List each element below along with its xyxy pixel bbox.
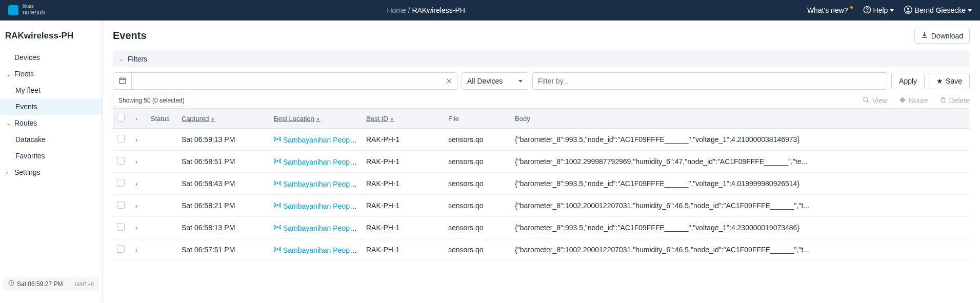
location-link[interactable]: Sambayanihan People's Vi	[283, 246, 362, 254]
chevron-down-icon: ⌄	[6, 120, 11, 127]
cell-location: Sambayanihan People's Vi	[270, 195, 362, 217]
expand-row-button[interactable]: ›	[135, 225, 137, 232]
chevron-down-icon: ⌄	[119, 56, 124, 63]
search-icon	[863, 96, 870, 105]
cell-location: Sambayanihan People's Vi	[270, 129, 362, 151]
date-input[interactable]	[132, 73, 441, 89]
row-checkbox[interactable]	[117, 179, 125, 187]
route-icon	[899, 96, 906, 105]
cell-body: {"barometer_8":993.5,"node_id":"AC1F09FF…	[511, 129, 970, 151]
location-link[interactable]: Sambayanihan People's Vi	[283, 180, 362, 188]
cell-body: {"barometer_8":993.5,"node_id":"AC1F09FF…	[511, 173, 970, 195]
th-best-id[interactable]: Best ID▼	[362, 109, 444, 129]
location-link[interactable]: Sambayanihan People's Vi	[283, 136, 362, 144]
row-checkbox[interactable]	[117, 245, 125, 253]
cell-captured: Sat 06:57:51 PM	[177, 239, 270, 261]
row-checkbox[interactable]	[117, 157, 125, 165]
whats-new-label: What's new?	[807, 6, 848, 14]
chevron-right-icon: ›	[6, 169, 11, 175]
chevron-down-icon: ⌄	[6, 71, 11, 77]
cell-status	[147, 195, 177, 217]
download-button[interactable]: Download	[914, 28, 970, 44]
cell-location: Sambayanihan People's Vi	[270, 239, 362, 261]
row-checkbox[interactable]	[117, 135, 125, 143]
select-all-checkbox[interactable]	[117, 114, 125, 122]
timezone-badge: Sat 06:59:27 PM GMT+8	[3, 277, 99, 291]
expand-row-button[interactable]: ›	[135, 136, 137, 144]
close-icon: ✕	[446, 77, 452, 86]
th-best-location[interactable]: Best Location▼	[270, 109, 362, 129]
nav-my-fleet[interactable]: My fleet	[0, 82, 102, 98]
location-tower-icon	[274, 246, 281, 254]
breadcrumb-current[interactable]: RAKwireless-PH	[412, 6, 465, 14]
nav-datacake[interactable]: Datacake	[0, 131, 102, 148]
sort-desc-icon: ▼	[210, 117, 215, 122]
cell-best-id: RAK-PH-1	[362, 239, 444, 261]
cell-status	[147, 151, 177, 173]
apply-button[interactable]: Apply	[891, 73, 925, 89]
device-select[interactable]: All Devices	[462, 72, 528, 90]
sort-icon: ▼	[390, 117, 394, 122]
bulk-actions: View Route Delete	[863, 96, 970, 105]
cell-file: sensors.qo	[444, 129, 511, 151]
chevron-down-icon	[518, 80, 523, 83]
filters-toggle[interactable]: ⌄ Filters	[113, 51, 970, 67]
th-file: File	[444, 109, 511, 129]
logo-text: blues notehub	[23, 4, 45, 16]
help-circle-icon	[863, 6, 871, 15]
topbar: blues notehub Home / RAKwireless-PH What…	[0, 0, 980, 21]
location-tower-icon	[274, 224, 281, 232]
calendar-icon	[118, 76, 127, 86]
location-link[interactable]: Sambayanihan People's Vi	[283, 202, 362, 210]
cell-captured: Sat 06:58:51 PM	[177, 151, 270, 173]
cell-best-id: RAK-PH-1	[362, 217, 444, 239]
row-checkbox[interactable]	[117, 223, 125, 231]
table-row: ›Sat 06:58:21 PMSambayanihan People's Vi…	[113, 195, 970, 217]
help-menu[interactable]: Help	[863, 6, 894, 15]
nav-routes[interactable]: ⌄Routes	[0, 115, 102, 131]
expand-row-button[interactable]: ›	[135, 180, 137, 188]
location-tower-icon	[274, 201, 281, 210]
filter-by-input[interactable]	[532, 72, 887, 90]
clear-date-button[interactable]: ✕	[441, 73, 457, 89]
breadcrumb-home[interactable]: Home	[387, 6, 406, 14]
row-checkbox[interactable]	[117, 201, 125, 209]
location-tower-icon	[274, 135, 281, 144]
local-time: Sat 06:59:27 PM	[17, 280, 63, 288]
table-row: ›Sat 06:58:13 PMSambayanihan People's Vi…	[113, 217, 970, 239]
cell-captured: Sat 06:58:13 PM	[177, 217, 270, 239]
route-action[interactable]: Route	[899, 96, 928, 105]
expand-row-button[interactable]: ›	[135, 203, 137, 210]
cell-status	[147, 217, 177, 239]
nav-events[interactable]: Events	[0, 98, 102, 115]
cell-file: sensors.qo	[444, 151, 511, 173]
location-link[interactable]: Sambayanihan People's Vi	[283, 224, 362, 232]
cell-captured: Sat 06:58:43 PM	[177, 173, 270, 195]
save-filter-button[interactable]: ★ Save	[929, 73, 970, 89]
logo[interactable]: blues notehub	[8, 4, 45, 16]
view-action[interactable]: View	[863, 96, 888, 105]
calendar-button[interactable]	[113, 73, 132, 89]
location-link[interactable]: Sambayanihan People's Vi	[283, 158, 362, 166]
cell-body: {"barometer_8":993.5,"node_id":"AC1F09FF…	[511, 217, 970, 239]
location-tower-icon	[274, 157, 281, 166]
nav-settings[interactable]: ›Settings	[0, 164, 102, 180]
whats-new-link[interactable]: What's new?	[807, 6, 853, 14]
project-title: RAKwireless-PH	[0, 29, 102, 49]
cell-file: sensors.qo	[444, 195, 511, 217]
cell-body: {"barometer_8":1002.200012207031,"humidi…	[511, 239, 970, 261]
chevron-right-icon[interactable]: ›	[135, 115, 137, 123]
cell-status	[147, 129, 177, 151]
topbar-right: What's new? Help Bernd Giesecke	[807, 6, 972, 15]
user-menu[interactable]: Bernd Giesecke	[904, 6, 972, 15]
expand-row-button[interactable]: ›	[135, 158, 137, 166]
nav-favorites[interactable]: Favorites	[0, 148, 102, 164]
breadcrumb: Home / RAKwireless-PH	[45, 6, 807, 14]
nav-fleets[interactable]: ⌄Fleets	[0, 66, 102, 82]
cell-best-id: RAK-PH-1	[362, 151, 444, 173]
delete-action[interactable]: Delete	[939, 96, 970, 105]
svg-point-9	[277, 182, 278, 183]
th-captured[interactable]: Captured▼	[177, 109, 270, 129]
nav-devices[interactable]: Devices	[0, 49, 102, 66]
expand-row-button[interactable]: ›	[135, 247, 137, 254]
